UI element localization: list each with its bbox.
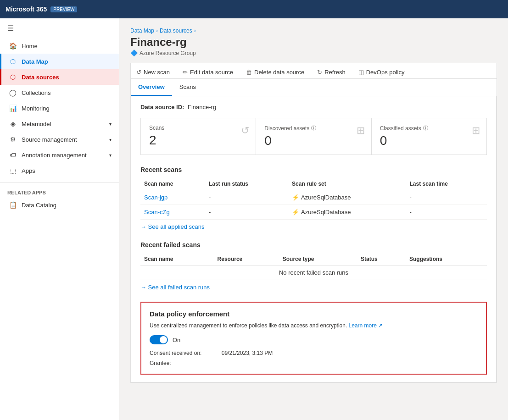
policy-title: Data policy enforcement (150, 310, 478, 318)
metamodel-icon: ◈ (9, 120, 17, 127)
fcol-status: Status (357, 253, 406, 265)
sidebar-item-data-map[interactable]: ⬡ Data Map (0, 54, 119, 69)
tab-scans[interactable]: Scans (172, 79, 203, 96)
stat-discovered: Discovered assets ⓘ 0 ⊞ (256, 118, 371, 155)
breadcrumb-sep2: › (194, 28, 196, 34)
breadcrumb-data-sources[interactable]: Data sources (160, 28, 192, 34)
sidebar-item-home[interactable]: 🏠 Home (0, 38, 119, 54)
monitoring-icon: 📊 (9, 105, 17, 112)
datasource-id-value: Finance-rg (188, 104, 216, 111)
sidebar-item-monitoring[interactable]: 📊 Monitoring (0, 100, 119, 116)
subtitle-text: Azure Resource Group (140, 50, 196, 56)
page-subtitle: 🔷 Azure Resource Group (130, 50, 497, 56)
main-content: Data Map › Data sources › Finance-rg 🔷 A… (119, 18, 508, 420)
stat-discovered-grid-icon: ⊞ (357, 125, 365, 137)
devops-label: DevOps policy (366, 69, 405, 76)
recent-scans-section: Recent scans Scan name Last run status S… (140, 166, 487, 230)
breadcrumb-data-map[interactable]: Data Map (130, 28, 154, 34)
refresh-icon: ↻ (317, 69, 322, 76)
classified-info-icon: ⓘ (423, 125, 428, 132)
scan-rule-set-cell: ⚡AzureSqlDatabase (288, 205, 406, 220)
policy-description: Use centralized management to enforce po… (150, 321, 478, 330)
subtitle-icon: 🔷 (130, 50, 138, 56)
app-logo: Microsoft 365 PREVIEW (6, 6, 77, 13)
collections-icon: ◯ (9, 89, 17, 96)
fcol-source-type: Source type (279, 253, 357, 265)
logo-text: Microsoft 365 (6, 6, 47, 13)
sidebar-item-metamodel[interactable]: ◈ Metamodel ▾ (0, 116, 119, 132)
home-icon: 🏠 (9, 42, 17, 50)
sidebar-label-source-management: Source management (22, 136, 77, 143)
table-row: Scan-jgp - ⚡AzureSqlDatabase - (140, 190, 487, 205)
sidebar-label-data-map: Data Map (22, 58, 48, 65)
refresh-button[interactable]: ↻ Refresh (312, 66, 351, 78)
stat-classified-value: 0 (380, 133, 478, 148)
sidebar-divider (0, 182, 119, 182)
sidebar-label-collections: Collections (22, 89, 51, 96)
stat-scans-value: 2 (149, 133, 247, 148)
stats-row: Scans 2 ↺ Discovered assets ⓘ 0 ⊞ (140, 118, 487, 155)
col-scan-name: Scan name (140, 178, 205, 190)
scan-name-cell: Scan-cZg (140, 205, 205, 220)
main-layout: ☰ 🏠 Home ⬡ Data Map ⬡ Data sources ◯ Col… (0, 18, 508, 420)
policy-enforcement-box: Data policy enforcement Use centralized … (140, 302, 487, 375)
data-catalog-icon: 📋 (9, 201, 17, 209)
related-apps-section: Related apps (0, 186, 119, 197)
edit-data-source-button[interactable]: ✏ Edit data source (177, 66, 239, 78)
datasource-id-label: Data source ID: (140, 104, 184, 111)
sidebar-item-annotation-management[interactable]: 🏷 Annotation management ▾ (0, 147, 119, 163)
apps-icon: ⬚ (9, 167, 17, 174)
new-scan-button[interactable]: ↺ New scan (131, 66, 175, 78)
sidebar-label-home: Home (22, 43, 38, 50)
sidebar-item-apps[interactable]: ⬚ Apps (0, 163, 119, 178)
policy-toggle[interactable] (150, 335, 168, 344)
fcol-resource: Resource (214, 253, 279, 265)
grantee-label: Grantee: (150, 360, 171, 366)
breadcrumb-sep1: › (156, 28, 158, 34)
last-scan-time-cell: - (406, 205, 487, 220)
delete-icon: 🗑 (246, 69, 252, 76)
scan-rule-set-cell: ⚡AzureSqlDatabase (288, 190, 406, 205)
scan-name-link[interactable]: Scan-cZg (144, 209, 170, 216)
devops-icon: ◫ (358, 69, 364, 76)
tab-overview[interactable]: Overview (131, 79, 172, 96)
stat-discovered-label: Discovered assets ⓘ (264, 125, 363, 132)
refresh-label: Refresh (324, 69, 346, 76)
delete-data-source-button[interactable]: 🗑 Delete data source (240, 66, 310, 78)
col-last-scan-time: Last scan time (406, 178, 487, 190)
sidebar-label-annotation-management: Annotation management (22, 152, 87, 159)
stat-scans: Scans 2 ↺ (141, 118, 256, 155)
stat-scans-icon: ↺ (241, 125, 249, 137)
see-all-scans-link[interactable]: → See all applied scans (140, 223, 204, 230)
edit-label: Edit data source (190, 69, 233, 76)
fcol-suggestions: Suggestions (406, 253, 487, 265)
tab-bar: Overview Scans (131, 79, 497, 96)
grantee-row: Grantee: (150, 360, 478, 366)
see-all-failed-scans-link[interactable]: → See all failed scan runs (140, 284, 210, 291)
consent-value: 09/21/2023, 3:13 PM (222, 350, 273, 356)
sidebar-item-data-catalog[interactable]: 📋 Data Catalog (0, 197, 119, 213)
sidebar-item-source-management[interactable]: ⚙ Source management ▾ (0, 132, 119, 147)
sidebar-item-data-sources[interactable]: ⬡ Data sources (0, 69, 119, 85)
annotation-mgmt-chevron: ▾ (109, 153, 112, 158)
learn-more-link[interactable]: Learn more ↗ (349, 322, 383, 329)
rule-icon: ⚡ (292, 209, 299, 216)
scan-name-cell: Scan-jgp (140, 190, 205, 205)
recent-failed-scans-table: Scan name Resource Source type Status Su… (140, 253, 487, 280)
source-mgmt-icon: ⚙ (9, 136, 17, 143)
sidebar-item-collections[interactable]: ◯ Collections (0, 85, 119, 100)
toolbar: ↺ New scan ✏ Edit data source 🗑 Delete d… (131, 63, 497, 79)
annotation-mgmt-icon: 🏷 (9, 151, 17, 159)
toggle-label: On (173, 337, 180, 343)
last-run-status-cell: - (205, 205, 288, 220)
sidebar-label-apps: Apps (22, 167, 35, 174)
devops-policy-button[interactable]: ◫ DevOps policy (353, 66, 410, 78)
scan-name-link[interactable]: Scan-jgp (144, 194, 167, 201)
sidebar-label-monitoring: Monitoring (22, 105, 50, 112)
discovered-info-icon: ⓘ (311, 125, 316, 132)
stat-classified-label: Classified assets ⓘ (380, 125, 478, 132)
sidebar: ☰ 🏠 Home ⬡ Data Map ⬡ Data sources ◯ Col… (0, 18, 119, 420)
stat-scans-label: Scans (149, 125, 247, 131)
hamburger-menu[interactable]: ☰ (0, 18, 119, 38)
page-header: Finance-rg 🔷 Azure Resource Group (130, 36, 497, 56)
